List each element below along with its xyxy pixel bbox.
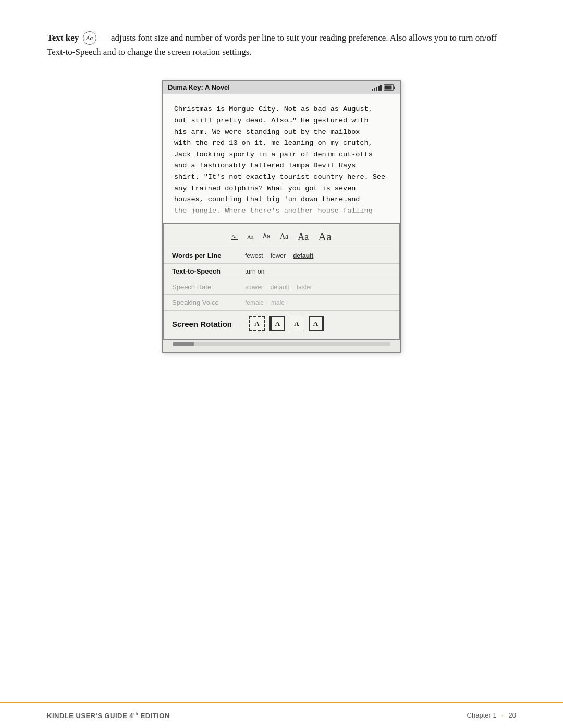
rotation-icon-2[interactable]: A	[269, 316, 285, 331]
wpl-fewer[interactable]: fewer	[271, 252, 286, 260]
font-size-2[interactable]: Aa	[247, 233, 254, 240]
sv-male: male	[271, 299, 285, 306]
font-size-1[interactable]: Aa	[231, 233, 238, 240]
svg-rect-2	[385, 85, 392, 89]
scrollbar-thumb[interactable]	[173, 342, 194, 346]
screen-rotation-row: Screen Rotation A A A	[164, 311, 399, 339]
footer-chapter: Chapter 1	[467, 711, 497, 719]
tts-options: turn on	[245, 268, 264, 275]
page-content: Text key Aa — adjusts font size and numb…	[0, 0, 563, 421]
scrollbar-container	[163, 340, 400, 352]
text-to-speech-row: Text-to-Speech turn on	[164, 264, 399, 279]
font-size-5[interactable]: Aa	[298, 231, 309, 242]
signal-bars-icon	[372, 84, 382, 91]
device-title: Duma Key: A Novel	[168, 83, 230, 91]
device-container: Duma Key: A Novel	[47, 80, 516, 353]
font-size-row: Aa Aa Aa Aa Aa Aa	[164, 224, 399, 248]
header-icons	[372, 84, 395, 91]
intro-paragraph: Text key Aa — adjusts font size and numb…	[47, 31, 516, 59]
words-per-line-label: Words per Line	[172, 252, 245, 260]
speech-rate-label: Speech Rate	[172, 283, 245, 291]
scrollbar-track[interactable]	[173, 342, 390, 346]
rotation-icon-3[interactable]: A	[289, 316, 304, 331]
speech-rate-row: Speech Rate slower default faster	[164, 279, 399, 295]
rotation-icon-1[interactable]: A	[249, 316, 265, 331]
font-size-3[interactable]: Aa	[263, 233, 271, 240]
device-header: Duma Key: A Novel	[163, 81, 400, 94]
svg-rect-1	[394, 86, 395, 89]
sr-faster: faster	[297, 283, 312, 291]
page-footer: KINDLE USER'S GUIDE 4th EDITION Chapter …	[0, 702, 563, 728]
text-to-speech-label: Text-to-Speech	[172, 267, 245, 275]
footer-page-info: Chapter 1 · 20	[467, 711, 516, 719]
wpl-default[interactable]: default	[293, 252, 313, 260]
words-per-line-options: fewest fewer default	[245, 252, 313, 260]
reading-text: Christmas is Morgue City. Not as bad as …	[174, 104, 389, 216]
reading-area: Christmas is Morgue City. Not as bad as …	[163, 94, 400, 223]
kindle-device: Duma Key: A Novel	[162, 80, 401, 353]
speaking-voice-label: Speaking Voice	[172, 299, 245, 306]
footer-separator: ·	[501, 711, 504, 719]
text-key-label: Text key	[47, 33, 79, 43]
screen-rotation-label: Screen Rotation	[172, 319, 245, 328]
sr-default: default	[271, 283, 289, 291]
rotation-icons: A A A A	[249, 316, 324, 331]
rotation-icon-4[interactable]: A	[309, 316, 324, 331]
speaking-voice-options: female male	[245, 299, 285, 306]
sv-female: female	[245, 299, 264, 306]
speech-rate-options: slower default faster	[245, 283, 312, 291]
footer-page-number: 20	[509, 711, 516, 719]
font-size-6[interactable]: Aa	[318, 230, 332, 243]
font-size-4[interactable]: Aa	[280, 232, 288, 241]
footer-guide-title: KINDLE USER'S GUIDE 4th EDITION	[47, 711, 170, 720]
sr-slower: slower	[245, 283, 263, 291]
intro-description: — adjusts font size and number of words …	[47, 33, 497, 57]
battery-icon	[384, 84, 395, 91]
tts-turn-on[interactable]: turn on	[245, 268, 264, 275]
aa-icon: Aa	[83, 31, 96, 45]
wpl-fewest[interactable]: fewest	[245, 252, 263, 260]
settings-menu: Aa Aa Aa Aa Aa Aa Words per Line fewest …	[163, 223, 400, 340]
words-per-line-row: Words per Line fewest fewer default	[164, 248, 399, 264]
speaking-voice-row: Speaking Voice female male	[164, 295, 399, 311]
